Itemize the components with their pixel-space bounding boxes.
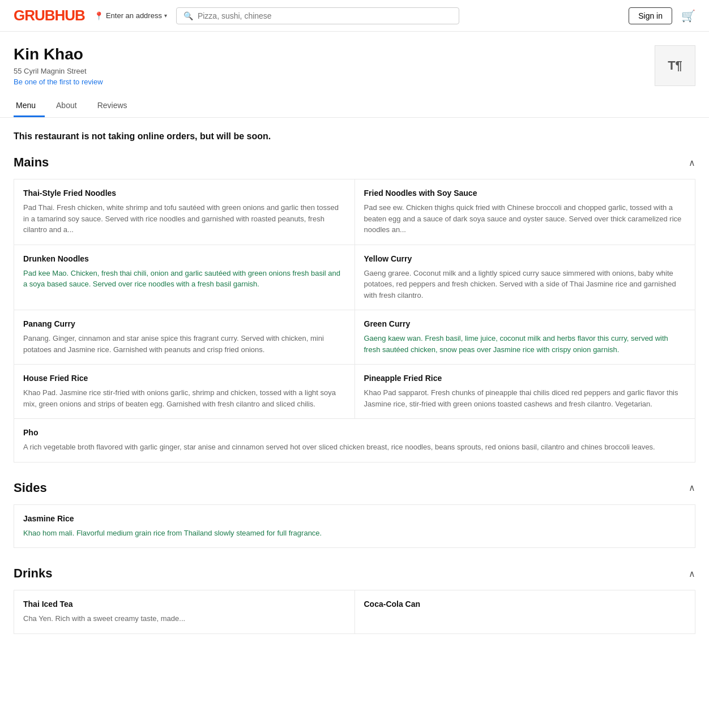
item-desc: Cha Yen. Rich with a sweet creamy taste,…: [23, 613, 345, 624]
section-header-mains: Mains ∧: [14, 155, 695, 170]
address-placeholder: Enter an address: [106, 11, 162, 20]
section-sides: Sides ∧ Jasmine Rice Khao hom mali. Flav…: [14, 481, 695, 549]
menu-item-panang-curry[interactable]: Panang Curry Panang. Ginger, cinnamon an…: [14, 310, 354, 364]
chevron-down-icon: ▾: [164, 12, 167, 19]
collapse-drinks-icon[interactable]: ∧: [689, 568, 695, 579]
item-desc: Gaeng kaew wan. Fresh basil, lime juice,…: [364, 333, 686, 355]
restaurant-logo: T¶: [655, 45, 695, 86]
item-desc: Khao Pad. Jasmine rice stir-fried with o…: [23, 387, 345, 409]
item-name: Fried Noodles with Soy Sauce: [364, 189, 686, 198]
search-icon: 🔍: [183, 11, 193, 20]
cart-icon[interactable]: 🛒: [681, 9, 695, 23]
search-input[interactable]: [198, 11, 452, 20]
order-notice: This restaurant is not taking online ord…: [0, 118, 709, 155]
item-name: Drunken Noodles: [23, 254, 345, 263]
item-name: Jasmine Rice: [23, 514, 345, 523]
grubhub-logo: GRUBHUB: [14, 7, 85, 24]
mains-grid: Thai-Style Fried Noodles Pad Thai. Fresh…: [14, 179, 695, 463]
item-name: House Fried Rice: [23, 374, 345, 383]
header: GRUBHUB 📍 Enter an address ▾ 🔍 Sign in 🛒: [0, 0, 709, 32]
tab-reviews[interactable]: Reviews: [95, 95, 136, 117]
item-name: Panang Curry: [23, 319, 345, 328]
restaurant-review-link[interactable]: Be one of the first to review: [14, 78, 103, 86]
section-drinks: Drinks ∧ Thai Iced Tea Cha Yen. Rich wit…: [14, 566, 695, 634]
header-right: Sign in 🛒: [629, 7, 695, 24]
restaurant-info: Kin Khao 55 Cyril Magnin Street Be one o…: [0, 32, 709, 86]
menu-item-jasmine-rice[interactable]: Jasmine Rice Khao hom mali. Flavorful me…: [14, 505, 354, 548]
section-mains: Mains ∧ Thai-Style Fried Noodles Pad Tha…: [14, 155, 695, 463]
menu-item-yellow-curry[interactable]: Yellow Curry Gaeng graree. Coconut milk …: [355, 245, 695, 310]
sides-list: Jasmine Rice Khao hom mali. Flavorful me…: [14, 504, 695, 549]
collapse-mains-icon[interactable]: ∧: [689, 157, 695, 168]
section-title-sides: Sides: [14, 481, 47, 495]
item-name: Thai Iced Tea: [23, 599, 345, 609]
menu-item-thai-iced-tea[interactable]: Thai Iced Tea Cha Yen. Rich with a sweet…: [14, 590, 354, 633]
section-header-sides: Sides ∧: [14, 481, 695, 495]
restaurant-address: 55 Cyril Magnin Street: [14, 67, 103, 75]
restaurant-info-left: Kin Khao 55 Cyril Magnin Street Be one o…: [14, 45, 103, 86]
menu-item-pineapple-fried-rice[interactable]: Pineapple Fried Rice Khao Pad sapparot. …: [355, 365, 695, 418]
location-pin-icon: 📍: [94, 11, 104, 20]
section-header-drinks: Drinks ∧: [14, 566, 695, 581]
menu-item-fried-noodles-soy[interactable]: Fried Noodles with Soy Sauce Pad see ew.…: [355, 179, 695, 245]
section-title-mains: Mains: [14, 155, 49, 170]
item-name: Yellow Curry: [364, 254, 686, 263]
menu-item-house-fried-rice[interactable]: House Fried Rice Khao Pad. Jasmine rice …: [14, 365, 354, 418]
item-name: Pineapple Fried Rice: [364, 374, 686, 383]
item-desc: Pad Thai. Fresh chicken, white shrimp an…: [23, 202, 345, 235]
item-name: Coca-Cola Can: [364, 599, 686, 609]
section-title-drinks: Drinks: [14, 566, 52, 581]
item-desc: Pad see ew. Chicken thighs quick fried w…: [364, 202, 686, 235]
item-desc: Gaeng graree. Coconut milk and a lightly…: [364, 268, 686, 301]
item-desc: Panang. Ginger, cinnamon and star anise …: [23, 333, 345, 355]
tab-menu[interactable]: Menu: [14, 95, 45, 117]
sign-in-button[interactable]: Sign in: [629, 7, 672, 24]
item-desc: Khao hom mali. Flavorful medium grain ri…: [23, 528, 345, 539]
menu-item-coca-cola[interactable]: Coca-Cola Can: [355, 590, 695, 633]
item-desc: A rich vegetable broth flavored with gar…: [23, 442, 686, 453]
restaurant-name: Kin Khao: [14, 45, 103, 63]
tabs: Menu About Reviews: [0, 95, 709, 118]
drinks-grid: Thai Iced Tea Cha Yen. Rich with a sweet…: [14, 590, 695, 634]
menu-content: Mains ∧ Thai-Style Fried Noodles Pad Tha…: [0, 155, 709, 675]
search-bar[interactable]: 🔍: [176, 7, 459, 24]
tab-about[interactable]: About: [54, 95, 86, 117]
address-bar[interactable]: 📍 Enter an address ▾: [94, 11, 167, 20]
menu-item-thai-fried-noodles[interactable]: Thai-Style Fried Noodles Pad Thai. Fresh…: [14, 179, 354, 245]
item-desc: Khao Pad sapparot. Fresh chunks of pinea…: [364, 387, 686, 409]
menu-item-green-curry[interactable]: Green Curry Gaeng kaew wan. Fresh basil,…: [355, 310, 695, 364]
collapse-sides-icon[interactable]: ∧: [689, 482, 695, 493]
item-name: Pho: [23, 428, 686, 437]
item-name: Thai-Style Fried Noodles: [23, 189, 345, 198]
menu-item-pho[interactable]: Pho A rich vegetable broth flavored with…: [14, 419, 695, 462]
item-desc: Pad kee Mao. Chicken, fresh thai chili, …: [23, 268, 345, 290]
menu-item-drunken-noodles[interactable]: Drunken Noodles Pad kee Mao. Chicken, fr…: [14, 245, 354, 310]
item-name: Green Curry: [364, 319, 686, 328]
